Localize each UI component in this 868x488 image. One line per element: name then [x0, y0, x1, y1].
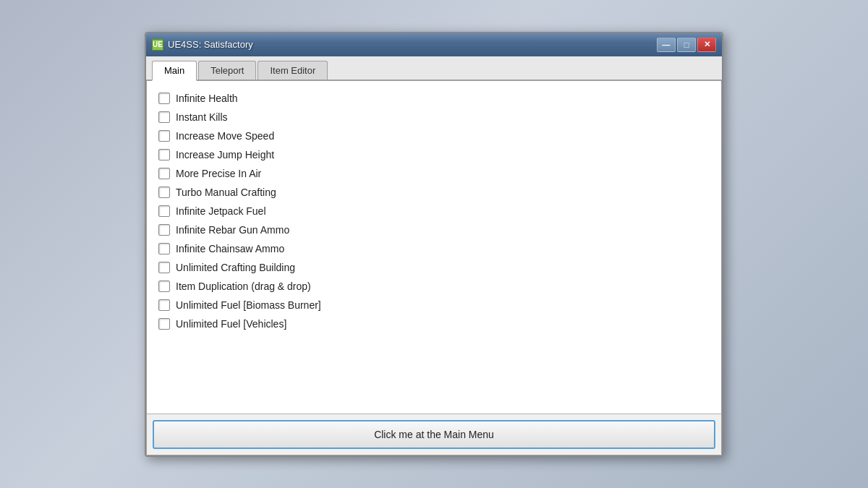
window-title: UE4SS: Satisfactory [168, 39, 253, 50]
checkbox-item-infinite-health[interactable]: Infinite Health [158, 90, 710, 107]
titlebar-left: UE UE4SS: Satisfactory [152, 39, 253, 51]
checkbox-item-instant-kills[interactable]: Instant Kills [158, 108, 710, 126]
checkbox-label-unlimited-fuel-biomass: Unlimited Fuel [Biomass Burner] [176, 299, 321, 311]
checkbox-label-increase-jump-height: Increase Jump Height [176, 149, 274, 160]
checkbox-list: Infinite HealthInstant KillsIncrease Mov… [158, 90, 710, 333]
checkbox-label-infinite-health: Infinite Health [176, 93, 238, 104]
checkbox-item-increase-jump-height[interactable]: Increase Jump Height [158, 146, 710, 163]
close-button[interactable]: ✕ [697, 38, 716, 52]
checkbox-item-infinite-chainsaw-ammo[interactable]: Infinite Chainsaw Ammo [158, 240, 710, 257]
checkbox-item-item-duplication[interactable]: Item Duplication (drag & drop) [158, 278, 710, 295]
checkbox-item-more-precise-in-air[interactable]: More Precise In Air [158, 165, 710, 182]
checkbox-item-turbo-manual-crafting[interactable]: Turbo Manual Crafting [158, 184, 710, 201]
checkbox-item-infinite-rebar-gun-ammo[interactable]: Infinite Rebar Gun Ammo [158, 221, 710, 239]
minimize-button[interactable]: — [657, 38, 676, 52]
tab-main[interactable]: Main [152, 61, 197, 81]
checkbox-unlimited-crafting-building[interactable] [158, 262, 170, 273]
checkbox-item-duplication[interactable] [158, 281, 170, 292]
checkbox-item-unlimited-fuel-biomass[interactable]: Unlimited Fuel [Biomass Burner] [158, 296, 710, 314]
checkbox-infinite-chainsaw-ammo[interactable] [158, 243, 170, 254]
checkbox-item-unlimited-fuel-vehicles[interactable]: Unlimited Fuel [Vehicles] [158, 315, 710, 333]
main-window: UE UE4SS: Satisfactory — □ ✕ Main Telepo… [145, 32, 723, 457]
checkbox-label-infinite-jetpack-fuel: Infinite Jetpack Fuel [176, 205, 266, 217]
maximize-button[interactable]: □ [677, 38, 696, 52]
titlebar: UE UE4SS: Satisfactory — □ ✕ [146, 33, 722, 56]
checkbox-unlimited-fuel-vehicles[interactable] [158, 318, 170, 330]
checkbox-unlimited-fuel-biomass[interactable] [158, 299, 170, 311]
checkbox-turbo-manual-crafting[interactable] [158, 187, 170, 198]
checkbox-item-infinite-jetpack-fuel[interactable]: Infinite Jetpack Fuel [158, 202, 710, 220]
checkbox-label-increase-move-speed: Increase Move Speed [176, 130, 274, 142]
checkbox-label-infinite-chainsaw-ammo: Infinite Chainsaw Ammo [176, 243, 284, 254]
tab-bar: Main Teleport Item Editor [146, 56, 722, 81]
checkbox-item-unlimited-crafting-building[interactable]: Unlimited Crafting Building [158, 259, 710, 276]
titlebar-buttons: — □ ✕ [657, 38, 716, 52]
icon-text: UE [153, 40, 163, 48]
checkbox-infinite-jetpack-fuel[interactable] [158, 205, 170, 217]
checkbox-instant-kills[interactable] [158, 111, 170, 123]
checkbox-item-increase-move-speed[interactable]: Increase Move Speed [158, 127, 710, 145]
checkbox-label-item-duplication: Item Duplication (drag & drop) [176, 281, 311, 292]
checkbox-more-precise-in-air[interactable] [158, 168, 170, 179]
checkbox-label-unlimited-fuel-vehicles: Unlimited Fuel [Vehicles] [176, 318, 286, 330]
checkbox-increase-move-speed[interactable] [158, 130, 170, 142]
checkbox-label-infinite-rebar-gun-ammo: Infinite Rebar Gun Ammo [176, 224, 289, 236]
checkbox-label-turbo-manual-crafting: Turbo Manual Crafting [176, 187, 276, 198]
main-menu-button[interactable]: Click me at the Main Menu [153, 420, 715, 449]
checkbox-infinite-rebar-gun-ammo[interactable] [158, 224, 170, 236]
footer-area: Click me at the Main Menu [146, 414, 722, 455]
tab-item-editor[interactable]: Item Editor [258, 61, 328, 80]
tab-teleport[interactable]: Teleport [198, 61, 256, 80]
checkbox-increase-jump-height[interactable] [158, 149, 170, 160]
checkbox-label-instant-kills: Instant Kills [176, 111, 228, 123]
window-icon: UE [152, 39, 163, 51]
checkbox-label-unlimited-crafting-building: Unlimited Crafting Building [176, 262, 295, 273]
content-area: Infinite HealthInstant KillsIncrease Mov… [146, 81, 722, 414]
checkbox-label-more-precise-in-air: More Precise In Air [176, 168, 261, 179]
checkbox-infinite-health[interactable] [158, 93, 170, 104]
